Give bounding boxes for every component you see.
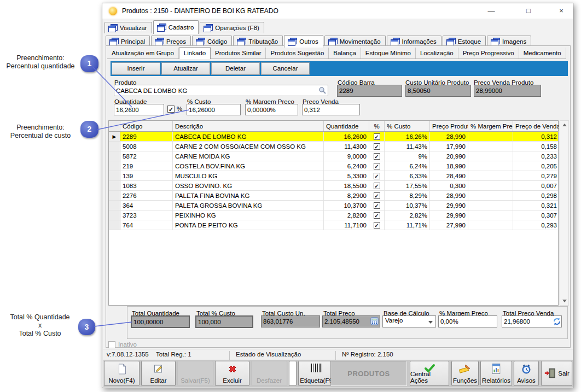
- produto-input[interactable]: [114, 85, 328, 96]
- col-preco-produto[interactable]: Preço Produto: [430, 121, 468, 131]
- table-row[interactable]: 219 COSTELA BOV.FINA KG 6,2400 ✓ 6,24% 1…: [109, 161, 558, 171]
- form-icon: [391, 38, 399, 45]
- col-percent-custo[interactable]: % Custo: [385, 121, 430, 131]
- screen: Preenchimento: Percentual quantidade 1 P…: [0, 0, 581, 392]
- form-icon: [204, 24, 212, 32]
- status-estado: Estado de Visualização: [236, 351, 301, 358]
- row-checkbox[interactable]: ✓: [374, 143, 380, 150]
- avisos-button[interactable]: Avisos: [514, 361, 539, 386]
- table-row[interactable]: 364 PALETA GROSSA BOVINA KG 10,3700 ✓ 10…: [109, 201, 558, 210]
- total-custo-un-input: [261, 315, 320, 327]
- excluir-button[interactable]: Excluir: [215, 361, 249, 386]
- row-checkbox[interactable]: ✓: [374, 163, 380, 169]
- tab-produtos-similar[interactable]: Produtos Similar: [211, 48, 266, 58]
- col-descricao[interactable]: Descrição: [173, 121, 324, 131]
- table-row[interactable]: 1083 OSSO BOVINO. KG 18,5500 ✓ 17,55% 0,…: [109, 181, 558, 191]
- form-icon: [157, 24, 166, 31]
- col-percent-margem[interactable]: % Margem Pre: [468, 121, 513, 131]
- tab-atualizacao-em-grupo[interactable]: Atualização em Grupo: [107, 48, 179, 58]
- form-icon: [155, 38, 164, 45]
- preco-venda-input[interactable]: [302, 104, 360, 115]
- row-checkbox[interactable]: ✓: [374, 202, 380, 209]
- col-quantidade[interactable]: Quantidade: [324, 121, 369, 131]
- delete-x-icon: [227, 364, 238, 376]
- inserir-button[interactable]: Inserir: [112, 62, 160, 75]
- scroll-down-button[interactable]: [560, 296, 568, 305]
- calculator-icon[interactable]: [370, 317, 379, 326]
- form-icon: [109, 38, 118, 45]
- form-icon: [328, 38, 337, 45]
- novo-button[interactable]: Novo(F4): [104, 361, 140, 386]
- table-row[interactable]: ▶ 2289 CABECA DE LOMBO KG 16,2600 ✓ 16,2…: [109, 132, 558, 142]
- funcoes-button[interactable]: Funções: [451, 361, 479, 386]
- row-checkbox[interactable]: ✓: [374, 212, 380, 219]
- col-preco-de-venda[interactable]: Preço de Venda: [513, 121, 559, 131]
- tab-localizacao[interactable]: Localização: [416, 48, 458, 58]
- percent-margem-input[interactable]: [245, 104, 298, 115]
- table-row[interactable]: 139 MUSCULO KG 5,3300 ✓ 6,33% 28,490 0,2…: [109, 171, 558, 181]
- relatorios-button[interactable]: Relatórios: [480, 361, 512, 386]
- form-icon: [108, 24, 117, 32]
- tab-row-outros: Atualização em Grupo Linkado Produtos Si…: [107, 47, 566, 59]
- scroll-up-button[interactable]: [560, 121, 568, 130]
- table-row[interactable]: 2276 PALETA FINA BOVINA KG 8,2900 ✓ 8,29…: [109, 191, 558, 201]
- tab-estoque-minimo[interactable]: Estoque Mínimo: [361, 48, 416, 58]
- row-checkbox[interactable]: ✓: [374, 192, 380, 199]
- percent-checkbox[interactable]: ✓: [167, 106, 175, 113]
- table-row[interactable]: 3723 PEIXINHO KG 2,8200 ✓ 2,82% 29,990 0…: [109, 210, 558, 220]
- cancelar-button[interactable]: Cancelar: [261, 62, 310, 75]
- status-registro: Nº Registro: 2.150: [342, 351, 393, 358]
- new-document-icon: [117, 364, 126, 376]
- table-scrollbar[interactable]: [560, 120, 569, 306]
- close-button[interactable]: ×: [552, 3, 571, 19]
- percent-custo-input[interactable]: [187, 104, 241, 115]
- row-checkbox[interactable]: ✓: [374, 153, 380, 160]
- table-row[interactable]: 764 PONTA DE PEITO KG 11,7100 ✓ 11,71% 2…: [109, 220, 558, 230]
- app-window: Produtos : 2150 - DIANTEIRO DE BOI KG RA…: [102, 3, 573, 388]
- deletar-button[interactable]: Deletar: [211, 62, 260, 75]
- minimize-button[interactable]: —: [482, 3, 501, 19]
- tab-outros[interactable]: Outros: [284, 35, 323, 48]
- refresh-icon[interactable]: [553, 317, 561, 327]
- row-checkbox[interactable]: ✓: [374, 183, 380, 189]
- annotation-badge-2: 2: [80, 121, 98, 138]
- row-checkbox[interactable]: ✓: [374, 133, 380, 140]
- preco-venda-produto-input: [474, 85, 541, 97]
- atualizar-button[interactable]: Atualizar: [161, 62, 210, 75]
- green-check-icon: [423, 364, 435, 374]
- tab-linkado[interactable]: Linkado: [179, 47, 211, 59]
- row-checkbox[interactable]: ✓: [374, 173, 380, 179]
- tab-visualizar[interactable]: Visualizar: [104, 22, 152, 33]
- maximize-button[interactable]: □: [519, 3, 538, 19]
- form-icon: [491, 38, 499, 45]
- status-total-reg: Total Reg.: 1: [156, 351, 191, 358]
- col-codigo[interactable]: Código: [120, 121, 173, 131]
- base-calculo-select[interactable]: Varejo: [382, 315, 436, 327]
- table-row[interactable]: 5872 CARNE MOIDA KG 9,0000 ✓ 9% 20,990 0…: [109, 151, 558, 161]
- annotation-badge-1: 1: [80, 55, 98, 72]
- central-acoes-button[interactable]: Central Ações: [410, 361, 449, 386]
- editar-button[interactable]: Editar: [141, 361, 176, 386]
- inativo-checkbox[interactable]: [108, 341, 115, 348]
- tab-balanca[interactable]: Balança: [329, 48, 361, 58]
- tab-produtos-sugestao[interactable]: Produtos Sugestão: [266, 48, 329, 58]
- table-row[interactable]: 5008 CARNE 2 COM OSSO/ACEM COM OSSO KG 1…: [109, 142, 558, 151]
- status-version: v:7.08.12-1355: [107, 351, 149, 358]
- search-icon[interactable]: [318, 86, 326, 95]
- row-checkbox[interactable]: ✓: [374, 222, 380, 229]
- status-bar: v:7.08.12-1355 Total Reg.: 1 Estado de V…: [103, 349, 573, 360]
- totals-groupbox: Total Quantidade Total % Custo Total Cus…: [127, 306, 568, 339]
- col-percent[interactable]: %: [369, 121, 385, 131]
- tab-medicamento[interactable]: Medicamento: [519, 48, 566, 58]
- tab-cadastro[interactable]: Cadastro: [153, 20, 199, 34]
- tab-operacoes[interactable]: Operações (F8): [200, 22, 264, 33]
- annotation-text-3: Total % Quantidade x Total % Custo: [4, 313, 75, 338]
- toolbar-separator-button[interactable]: [289, 361, 297, 386]
- barcode-icon: [311, 364, 324, 372]
- quantidade-input[interactable]: [114, 104, 164, 115]
- tab-preco-progressivo[interactable]: Preço Progressivo: [458, 48, 519, 58]
- sair-button[interactable]: Sair: [541, 361, 572, 386]
- pct-margem-preco-input[interactable]: [438, 315, 497, 327]
- percent-checkbox-label: %: [177, 106, 182, 112]
- inativo-label: Inativo: [118, 341, 137, 348]
